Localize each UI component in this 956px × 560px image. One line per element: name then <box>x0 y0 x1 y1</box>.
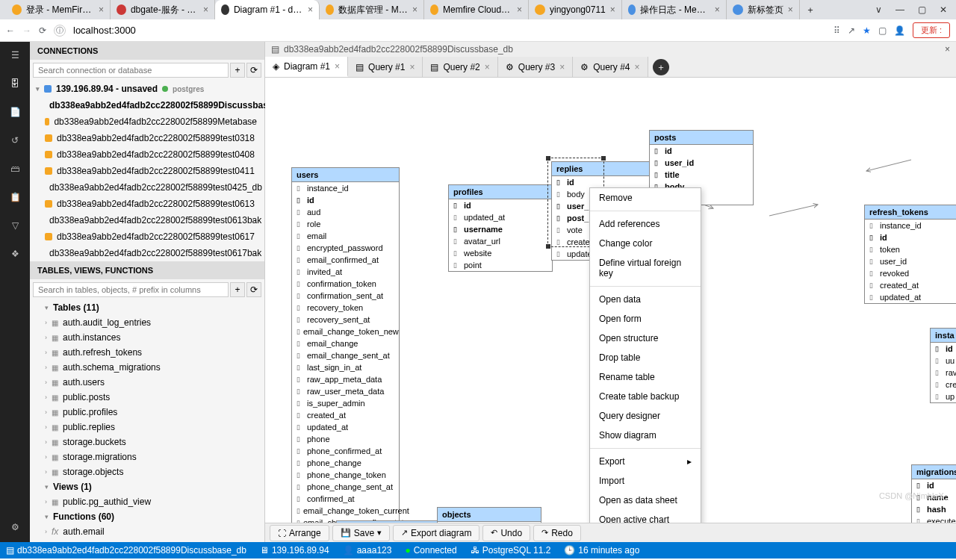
erd-table-buckets[interactable]: buckets▯id▯name▯owner <box>336 520 441 523</box>
browser-tab[interactable]: 登录 - MemFireDB× <box>6 0 111 19</box>
connection-host[interactable]: ▾ 139.196.89.94 - unsaved postgres <box>30 81 264 97</box>
table-item[interactable]: ›▦storage.migrations <box>30 449 264 464</box>
database-item[interactable]: db338ea9abb2ed4fadb2cc228002f58899Discus… <box>30 97 264 113</box>
menu-item[interactable]: Drop table <box>590 348 701 367</box>
export-diagram-button[interactable]: ↗ Export diagram <box>393 525 479 541</box>
table-item[interactable]: ›▦auth.schema_migrations <box>30 360 264 375</box>
back-icon[interactable]: ← <box>6 25 15 36</box>
menu-icon[interactable]: ☰ <box>7 48 22 63</box>
browser-tab[interactable]: 操作日志 - MemFireDB× <box>622 0 727 19</box>
erd-table-profiles[interactable]: profiles▯id▯updated_at▯username▯avatar_u… <box>448 184 553 272</box>
menu-item[interactable]: Rename table <box>590 367 701 387</box>
menu-item[interactable]: Open active chart <box>590 510 701 523</box>
window-controls[interactable]: ∨—▢✕ <box>875 4 956 15</box>
menu-item[interactable]: Open form <box>590 309 701 329</box>
translate-icon[interactable]: ⠿ <box>834 25 840 36</box>
table-item[interactable]: ›▦auth.audit_log_entries <box>30 315 264 330</box>
site-info-icon[interactable]: ⓘ <box>54 25 66 37</box>
views-group[interactable]: ▾Views (1) <box>30 479 264 494</box>
table-item[interactable]: ›▦public.profiles <box>30 405 264 420</box>
save-button[interactable]: 💾 Save ▾ <box>332 525 390 541</box>
browser-tab[interactable]: 数据库管理 - MemFire× <box>320 0 424 19</box>
menu-item[interactable]: Import <box>590 471 701 491</box>
forward-icon[interactable]: → <box>22 25 31 36</box>
add-connection-button[interactable]: + <box>230 63 245 78</box>
table-item[interactable]: ›▦storage.buckets <box>30 435 264 449</box>
update-button[interactable]: 更新 : <box>913 22 950 38</box>
table-item[interactable]: ›▦auth.users <box>30 375 264 390</box>
document-tab[interactable]: ⚙Query #3× <box>498 57 573 77</box>
menu-item[interactable]: Query designer <box>590 406 701 426</box>
document-tab[interactable]: ▤Query #2× <box>423 57 497 77</box>
database-item[interactable]: db338ea9abb2ed4fadb2cc228002f58899test04… <box>30 163 264 179</box>
database-item[interactable]: db338ea9abb2ed4fadb2cc228002f58899test03… <box>30 130 264 146</box>
table-item[interactable]: ›▦storage.objects <box>30 464 264 479</box>
reload-icon[interactable]: ⟳ <box>39 25 46 36</box>
browser-tab[interactable]: Diagram #1 - db338ea× <box>215 0 320 19</box>
table-item[interactable]: ›▦auth.instances <box>30 330 264 345</box>
diagram-canvas[interactable]: users▯instance_id▯id▯aud▯role▯email▯encr… <box>265 78 956 523</box>
erd-table-objects[interactable]: objects▯id▯bucket_id▯name▯owner▯created_… <box>437 507 541 523</box>
redo-button[interactable]: ↷ Redo <box>533 525 581 541</box>
menu-item[interactable]: Define virtual foreign key <box>590 253 701 283</box>
menu-item[interactable]: Show diagram <box>590 426 701 445</box>
database-icon[interactable]: 🗄 <box>7 76 22 91</box>
browser-tab[interactable]: Memfire Cloud SQL编× <box>424 0 529 19</box>
erd-table-refresh-tokens[interactable]: refresh_tokens▯instance_id▯id▯token▯user… <box>864 205 956 304</box>
connections-search[interactable] <box>33 63 229 78</box>
browser-tab[interactable]: dbgate-服务 - npm× <box>111 0 215 19</box>
tables-group[interactable]: ▾Tables (11) <box>30 300 264 315</box>
filebar-close-icon[interactable]: × <box>945 44 950 55</box>
function-item[interactable]: ›fxauth.email <box>30 524 264 539</box>
table-item[interactable]: ›▦public.posts <box>30 390 264 405</box>
menu-item[interactable]: Create table backup <box>590 387 701 406</box>
history-icon[interactable]: ↺ <box>7 133 22 148</box>
reading-list-icon[interactable]: ▢ <box>878 25 887 36</box>
erd-table-users[interactable]: users▯instance_id▯id▯aud▯role▯email▯encr… <box>291 167 400 523</box>
arrange-button[interactable]: ⛶ Arrange <box>270 525 329 541</box>
document-tab[interactable]: ⚙Query #4× <box>573 57 648 77</box>
archive-icon[interactable]: 🗃 <box>7 161 22 176</box>
refresh-connections-button[interactable]: ⟳ <box>246 63 261 78</box>
menu-item[interactable]: Add references <box>590 214 701 234</box>
menu-item[interactable]: Open data <box>590 290 701 309</box>
undo-button[interactable]: ↶ Undo <box>482 525 530 541</box>
clipboard-icon[interactable]: 📋 <box>7 190 22 205</box>
settings-icon[interactable]: ⚙ <box>7 520 22 535</box>
objects-search[interactable] <box>33 282 229 297</box>
database-item[interactable]: db338ea9abb2ed4fadb2cc228002f58899test06… <box>30 245 264 261</box>
new-doc-button[interactable]: ＋ <box>653 59 669 75</box>
menu-item[interactable]: Open structure <box>590 329 701 348</box>
browser-tab[interactable]: 新标签页× <box>727 0 800 19</box>
menu-item[interactable]: Change color <box>590 234 701 253</box>
browser-tab[interactable]: yingyong0711× <box>529 0 622 19</box>
document-tab[interactable]: ◈Diagram #1× <box>265 57 348 77</box>
erd-column: ▯recovery_token <box>292 302 399 314</box>
function-item[interactable]: ›fxauth.role <box>30 539 264 542</box>
database-item[interactable]: db338ea9abb2ed4fadb2cc228002f58899test06… <box>30 228 264 245</box>
profile-icon[interactable]: 👤 <box>894 25 905 36</box>
url-input[interactable] <box>73 25 826 36</box>
new-tab-button[interactable]: ＋ <box>800 0 821 19</box>
database-item[interactable]: db338ea9abb2ed4fadb2cc228002f58899test04… <box>30 179 264 196</box>
refresh-objects-button[interactable]: ⟳ <box>246 282 261 297</box>
table-item[interactable]: ›▦public.replies <box>30 420 264 435</box>
layers-icon[interactable]: ❖ <box>7 246 22 261</box>
bookmark-icon[interactable]: ★ <box>863 25 871 36</box>
document-tab[interactable]: ▤Query #1× <box>348 57 423 77</box>
database-item[interactable]: db338ea9abb2ed4fadb2cc228002f58899test06… <box>30 196 264 212</box>
share-icon[interactable]: ↗ <box>848 25 855 36</box>
erd-table-instances[interactable]: insta▯id▯uu▯rav▯cre▯up <box>930 328 956 403</box>
add-object-button[interactable]: + <box>230 282 245 297</box>
database-item[interactable]: db338ea9abb2ed4fadb2cc228002f58899Metaba… <box>30 113 264 130</box>
database-item[interactable]: db338ea9abb2ed4fadb2cc228002f58899test06… <box>30 212 264 228</box>
filter-icon[interactable]: ▽ <box>7 218 22 233</box>
menu-item[interactable]: Remove <box>590 188 701 208</box>
view-item[interactable]: ›▦public.pg_authid_view <box>30 494 264 509</box>
menu-item[interactable]: Export▸ <box>590 452 701 471</box>
table-item[interactable]: ›▦auth.refresh_tokens <box>30 345 264 360</box>
menu-item[interactable]: Open as data sheet <box>590 491 701 510</box>
file-icon[interactable]: 📄 <box>7 105 22 119</box>
functions-group[interactable]: ▾Functions (60) <box>30 509 264 524</box>
database-item[interactable]: db338ea9abb2ed4fadb2cc228002f58899test04… <box>30 146 264 163</box>
